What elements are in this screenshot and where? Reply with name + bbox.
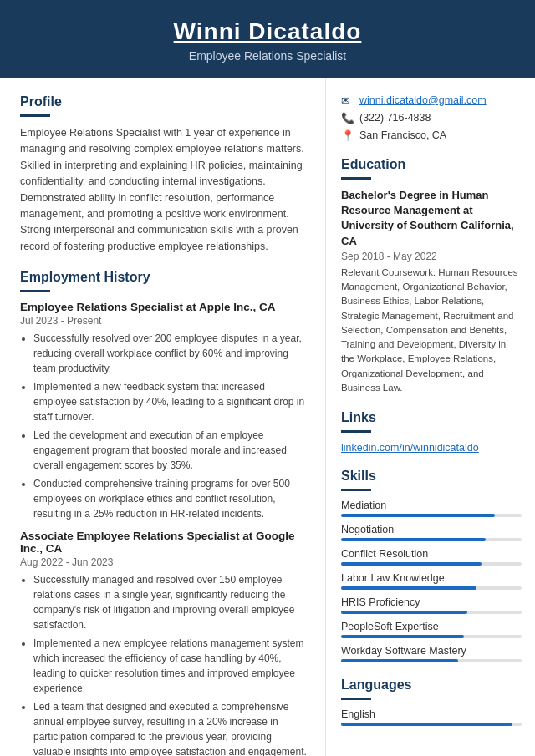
skill-bar-bg	[341, 659, 522, 662]
job-date: Jul 2023 - Present	[20, 315, 307, 327]
skills-divider	[341, 489, 371, 491]
education-divider	[341, 177, 371, 180]
language-bar-bg	[341, 723, 522, 726]
skill-item: Labor Law Knowledge	[341, 572, 522, 590]
list-item: Conducted comprehensive training program…	[33, 476, 307, 521]
job-bullets: Successfully managed and resolved over 1…	[20, 572, 307, 756]
contact-section: ✉ winni.dicataldo@gmail.com 📞 (322) 716-…	[341, 94, 522, 142]
candidate-title: Employee Relations Specialist	[17, 49, 518, 63]
skill-name: Mediation	[341, 500, 522, 511]
employment-section: Employment History Employee Relations Sp…	[20, 270, 307, 756]
jobs-list: Employee Relations Specialist at Apple I…	[20, 301, 307, 756]
skill-name: Labor Law Knowledge	[341, 572, 522, 584]
job-bullets: Successfully resolved over 200 employee …	[20, 331, 307, 521]
skill-name: PeopleSoft Expertise	[341, 621, 522, 632]
skill-item: HRIS Proficiency	[341, 596, 522, 614]
right-column: ✉ winni.dicataldo@gmail.com 📞 (322) 716-…	[326, 78, 535, 756]
language-item: English	[341, 708, 522, 726]
skills-heading: Skills	[341, 469, 522, 484]
phone-item: 📞 (322) 716-4838	[341, 112, 522, 124]
language-bar-fill	[341, 723, 512, 726]
links-list: linkedin.com/in/winnidicataldo	[341, 441, 522, 454]
skill-item: Negotiation	[341, 524, 522, 541]
skills-list: MediationNegotiationConflict ResolutionL…	[341, 500, 522, 662]
skill-item: Conflict Resolution	[341, 548, 522, 566]
links-heading: Links	[341, 410, 522, 425]
skill-bar-fill	[341, 611, 467, 614]
skill-bar-bg	[341, 538, 522, 541]
profile-divider	[20, 114, 50, 117]
location-item: 📍 San Francisco, CA	[341, 129, 522, 142]
list-item: Led a team that designed and executed a …	[33, 699, 307, 756]
edu-degree: Bachelor's Degree in Human Resource Mana…	[341, 188, 522, 249]
skill-name: Workday Software Mastery	[341, 645, 522, 657]
skill-bar-bg	[341, 611, 522, 614]
list-item: Successfully managed and resolved over 1…	[33, 572, 307, 632]
job-item: Employee Relations Specialist at Apple I…	[20, 301, 307, 521]
email-icon: ✉	[341, 94, 354, 107]
skill-item: Mediation	[341, 500, 522, 517]
job-title: Associate Employee Relations Specialist …	[20, 530, 307, 555]
coursework-text: Human Resources Management, Organization…	[341, 267, 518, 393]
coursework-label: Relevant Coursework:	[341, 267, 436, 277]
skill-bar-fill	[341, 562, 482, 566]
education-section: Education Bachelor's Degree in Human Res…	[341, 157, 522, 395]
job-date: Aug 2022 - Jun 2023	[20, 556, 307, 568]
skill-bar-fill	[341, 538, 486, 541]
phone-value: (322) 716-4838	[359, 112, 431, 124]
job-item: Associate Employee Relations Specialist …	[20, 530, 307, 756]
languages-list: English	[341, 708, 522, 726]
location-icon: 📍	[341, 129, 354, 142]
skill-bar-bg	[341, 586, 522, 590]
education-heading: Education	[341, 157, 522, 172]
links-section: Links linkedin.com/in/winnidicataldo	[341, 410, 522, 454]
skill-bar-fill	[341, 635, 464, 638]
email-item: ✉ winni.dicataldo@gmail.com	[341, 94, 522, 107]
skills-section: Skills MediationNegotiationConflict Reso…	[341, 469, 522, 662]
skill-name: Conflict Resolution	[341, 548, 522, 560]
edu-date: Sep 2018 - May 2022	[341, 251, 522, 262]
left-column: Profile Employee Relations Specialist wi…	[0, 78, 326, 756]
profile-text: Employee Relations Specialist with 1 yea…	[20, 125, 307, 255]
languages-heading: Languages	[341, 677, 522, 693]
skill-bar-bg	[341, 562, 522, 566]
skill-bar-bg	[341, 514, 522, 517]
email-value[interactable]: winni.dicataldo@gmail.com	[359, 94, 487, 106]
skill-item: PeopleSoft Expertise	[341, 621, 522, 638]
skill-name: HRIS Proficiency	[341, 596, 522, 608]
resume-header: Winni Dicataldo Employee Relations Speci…	[0, 0, 535, 78]
profile-section: Profile Employee Relations Specialist wi…	[20, 94, 307, 255]
phone-icon: 📞	[341, 112, 354, 124]
location-value: San Francisco, CA	[359, 129, 446, 141]
list-item: Successfully resolved over 200 employee …	[33, 331, 307, 376]
candidate-name: Winni Dicataldo	[17, 18, 518, 45]
resume-body: Profile Employee Relations Specialist wi…	[0, 78, 535, 756]
skill-bar-fill	[341, 659, 458, 662]
skill-item: Workday Software Mastery	[341, 645, 522, 662]
edu-coursework: Relevant Coursework: Human Resources Man…	[341, 266, 522, 395]
list-item: Implemented a new employee relations man…	[33, 636, 307, 696]
skill-bar-bg	[341, 635, 522, 638]
employment-divider	[20, 290, 50, 292]
list-item: Implemented a new feedback system that i…	[33, 379, 307, 424]
link-item[interactable]: linkedin.com/in/winnidicataldo	[341, 442, 479, 454]
list-item: Led the development and execution of an …	[33, 428, 307, 473]
languages-section: Languages English	[341, 677, 522, 726]
skill-bar-fill	[341, 514, 495, 517]
languages-divider	[341, 698, 371, 700]
skill-bar-fill	[341, 586, 476, 590]
links-divider	[341, 430, 371, 433]
language-name: English	[341, 708, 522, 720]
job-title: Employee Relations Specialist at Apple I…	[20, 301, 307, 313]
profile-heading: Profile	[20, 94, 307, 109]
employment-heading: Employment History	[20, 270, 307, 285]
skill-name: Negotiation	[341, 524, 522, 535]
